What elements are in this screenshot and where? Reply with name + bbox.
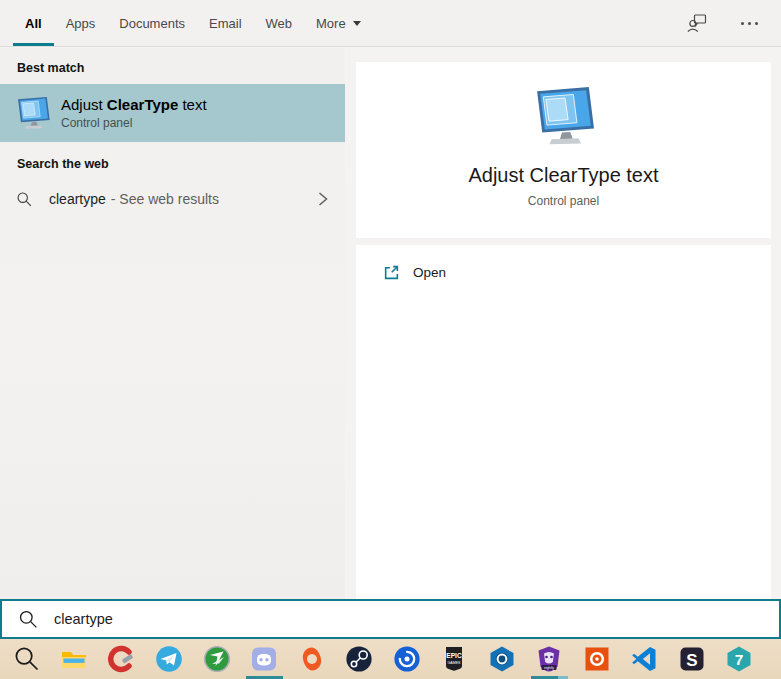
web-search-result[interactable]: cleartype - See web results [0, 180, 345, 218]
taskbar-discord[interactable] [241, 639, 289, 679]
taskbar-epic-games[interactable]: EPIC GAMES [431, 639, 479, 679]
taskbar-orange-target-app[interactable] [573, 639, 621, 679]
open-label: Open [413, 265, 446, 280]
taskbar-brave-nightly[interactable]: nightly [526, 639, 574, 679]
windows-search-flyout: All Apps Documents Email Web More [0, 0, 781, 679]
search-icon [18, 609, 39, 630]
cleartype-monitor-icon [14, 96, 52, 130]
search-web-section-title: Search the web [0, 142, 345, 180]
tab-more-label: More [316, 16, 346, 31]
taskbar-search-button[interactable] [3, 639, 51, 679]
chevron-right-icon[interactable] [316, 189, 329, 209]
svg-text:S: S [686, 651, 697, 670]
svg-text:nightly: nightly [544, 666, 554, 670]
taskbar: EPIC GAMES nightly [0, 639, 781, 679]
preview-panel: Adjust ClearType text Control panel Open [345, 48, 781, 599]
web-query: cleartype [49, 191, 106, 207]
taskbar-blue-hexagon-app[interactable] [478, 639, 526, 679]
tab-email[interactable]: Email [197, 0, 254, 46]
tab-web[interactable]: Web [254, 0, 305, 46]
svg-text:7: 7 [735, 651, 744, 668]
search-icon [16, 191, 33, 208]
preview-actions-card: Open [356, 245, 771, 599]
web-query-suffix: - See web results [111, 191, 219, 207]
cleartype-monitor-icon [529, 86, 599, 146]
feedback-icon[interactable] [685, 11, 709, 35]
tab-documents[interactable]: Documents [107, 0, 197, 46]
best-match-text: Adjust ClearType text Control panel [61, 96, 207, 130]
tab-more[interactable]: More [304, 0, 373, 46]
best-match-title: Adjust ClearType text [61, 96, 207, 113]
best-match-result[interactable]: Adjust ClearType text Control panel [0, 84, 345, 142]
taskbar-ccleaner[interactable] [98, 639, 146, 679]
search-input[interactable] [52, 610, 779, 628]
search-filter-header: All Apps Documents Email Web More [0, 0, 781, 47]
filter-tabs: All Apps Documents Email Web More [13, 0, 373, 46]
tab-apps[interactable]: Apps [54, 0, 108, 46]
results-panel: Best match Adjust ClearType text Control… [0, 48, 345, 599]
open-action[interactable]: Open [356, 253, 771, 291]
svg-text:EPIC: EPIC [447, 652, 463, 659]
search-bar[interactable] [0, 599, 781, 639]
taskbar-vscode[interactable] [621, 639, 669, 679]
header-actions [685, 0, 761, 46]
preview-title: Adjust ClearType text [468, 164, 658, 187]
taskbar-sharex[interactable]: S [668, 639, 716, 679]
tab-all[interactable]: All [13, 0, 54, 46]
taskbar-green-orb-app[interactable] [193, 639, 241, 679]
taskbar-ubisoft-connect[interactable] [383, 639, 431, 679]
taskbar-telegram[interactable] [146, 639, 194, 679]
chevron-down-icon [353, 21, 361, 26]
best-match-subtitle: Control panel [61, 116, 207, 130]
preview-subtitle: Control panel [528, 194, 599, 208]
more-options-icon[interactable] [737, 11, 761, 35]
open-external-icon [383, 264, 400, 281]
taskbar-origin[interactable] [288, 639, 336, 679]
taskbar-teal-hexagon-app[interactable]: 7 [716, 639, 764, 679]
taskbar-file-explorer[interactable] [51, 639, 99, 679]
taskbar-steam[interactable] [336, 639, 384, 679]
preview-card: Adjust ClearType text Control panel [356, 62, 771, 238]
best-match-section-title: Best match [0, 48, 345, 84]
svg-text:GAMES: GAMES [448, 661, 462, 665]
